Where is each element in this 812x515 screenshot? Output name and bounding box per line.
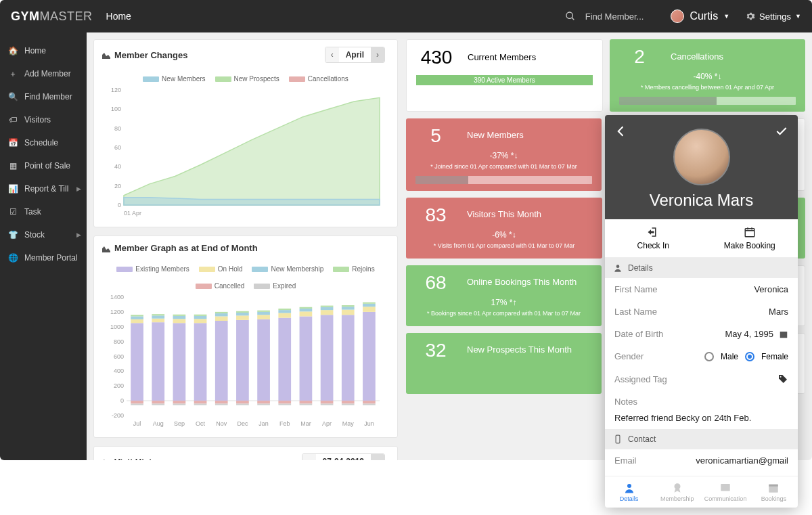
field-email[interactable]: Emailveronicamartian@gmail — [605, 449, 798, 472]
chart-icon — [102, 244, 110, 252]
radio-male[interactable] — [704, 352, 714, 361]
sidebar-item-task[interactable]: ☑Task — [0, 200, 87, 223]
svg-point-110 — [780, 376, 782, 378]
svg-rect-23 — [131, 315, 143, 316]
next-button[interactable]: › — [371, 47, 384, 62]
card-online-bookings[interactable]: 68Online Bookings This Month 17% *↑ * Bo… — [406, 265, 602, 326]
tab-details[interactable]: Details — [605, 476, 653, 508]
svg-rect-66 — [257, 401, 270, 403]
svg-rect-52 — [215, 401, 228, 403]
svg-rect-84 — [321, 310, 334, 315]
svg-rect-42 — [194, 319, 207, 323]
svg-rect-94 — [342, 401, 355, 403]
svg-rect-48 — [215, 321, 228, 401]
field-dob[interactable]: Date of BirthMay 4, 1995 — [605, 323, 798, 345]
badge-icon — [671, 482, 683, 494]
makebooking-button[interactable]: Make Booking — [702, 219, 798, 257]
svg-point-112 — [627, 484, 631, 488]
svg-rect-58 — [236, 311, 249, 313]
svg-rect-86 — [321, 306, 334, 307]
svg-rect-28 — [152, 319, 164, 322]
svg-rect-46 — [194, 404, 207, 405]
settings-menu[interactable]: Settings ▼ — [746, 12, 801, 22]
sidebar-item-portal[interactable]: 🌐Member Portal — [0, 246, 87, 269]
checkin-button[interactable]: Check In — [605, 219, 702, 257]
shirt-icon: 👕 — [8, 230, 18, 240]
user-menu[interactable]: Curtis ▼ — [671, 9, 729, 23]
svg-text:1000: 1000 — [110, 323, 124, 330]
sidebar-item-home[interactable]: 🏠Home — [0, 39, 87, 62]
svg-text:20: 20 — [114, 183, 121, 189]
prev-button[interactable]: ‹ — [325, 47, 339, 62]
svg-text:120: 120 — [111, 87, 121, 93]
svg-rect-85 — [321, 307, 334, 310]
card-current-members[interactable]: 430Current Members 390 Active Members — [406, 39, 603, 112]
radio-female[interactable] — [745, 352, 754, 361]
svg-rect-25 — [131, 404, 143, 405]
svg-rect-34 — [173, 323, 186, 401]
grid-icon: ▦ — [8, 161, 18, 171]
svg-rect-51 — [215, 312, 228, 313]
field-first-name[interactable]: First NameVeronica — [605, 278, 798, 300]
svg-rect-100 — [363, 303, 376, 304]
card-prospects[interactable]: 32New Prospects This Month — [406, 333, 602, 394]
svg-rect-45 — [194, 401, 207, 403]
sidebar-item-schedule[interactable]: 📅Schedule — [0, 131, 87, 154]
svg-rect-50 — [215, 313, 228, 316]
card-visitors[interactable]: 83Visitors This Month -6% *↓ * Visits fr… — [406, 198, 602, 259]
date-nav: ‹ April › — [325, 47, 385, 63]
field-last-name[interactable]: Last NameMars — [605, 300, 798, 323]
confirm-icon[interactable] — [775, 125, 788, 138]
svg-text:Dec: Dec — [237, 420, 248, 427]
svg-rect-80 — [300, 401, 313, 403]
svg-rect-114 — [721, 484, 730, 491]
page-title: Home — [106, 11, 131, 22]
svg-text:100: 100 — [111, 106, 121, 112]
svg-text:0: 0 — [120, 397, 124, 404]
svg-text:1200: 1200 — [110, 309, 124, 315]
report-icon: 📊 — [8, 184, 18, 194]
svg-rect-35 — [173, 319, 186, 323]
svg-rect-24 — [131, 401, 143, 403]
search-input[interactable]: Find Member... — [585, 12, 644, 22]
svg-text:600: 600 — [114, 353, 124, 360]
prev-button[interactable]: ‹ — [302, 454, 316, 460]
sidebar-item-stock[interactable]: 👕Stock▶ — [0, 223, 87, 246]
svg-text:Mar: Mar — [300, 420, 311, 427]
topbar: GYMMASTER Home Find Member... Curtis ▼ S… — [0, 0, 812, 32]
svg-text:80: 80 — [114, 125, 121, 132]
sidebar-item-pos[interactable]: ▦Point of Sale — [0, 154, 87, 177]
tab-communication[interactable]: Communication — [702, 476, 750, 508]
svg-rect-37 — [173, 315, 186, 316]
sidebar-item-visitors[interactable]: 🏷Visitors — [0, 108, 87, 131]
field-notes-label: Notes — [605, 390, 798, 413]
card-cancellations[interactable]: 2Cancellations -40% *↓ * Members cancell… — [610, 39, 805, 112]
field-gender[interactable]: Gender Male Female — [605, 345, 798, 367]
sidebar-item-find-member[interactable]: 🔍Find Member — [0, 85, 87, 108]
svg-rect-22 — [131, 316, 143, 319]
svg-text:400: 400 — [114, 367, 124, 374]
sidebar-item-add-member[interactable]: ＋Add Member — [0, 62, 87, 85]
svg-text:0: 0 — [118, 202, 121, 208]
back-icon[interactable] — [614, 125, 628, 138]
sidebar-item-report[interactable]: 📊Report & Till▶ — [0, 177, 87, 200]
tab-membership[interactable]: Membership — [653, 476, 701, 508]
card-new-members[interactable]: 5New Members -37% *↓ * Joined since 01 A… — [406, 118, 602, 191]
svg-text:Jan: Jan — [258, 420, 269, 427]
search-area[interactable]: Find Member... — [565, 11, 644, 22]
section-details: Details — [605, 258, 798, 278]
chart-member-changes: 02040608010012001 Apr — [102, 87, 386, 219]
svg-rect-41 — [194, 323, 207, 401]
svg-rect-31 — [152, 401, 164, 403]
gear-icon — [746, 12, 755, 21]
svg-rect-69 — [278, 318, 291, 401]
svg-point-108 — [616, 265, 620, 268]
svg-text:Nov: Nov — [216, 420, 227, 427]
svg-rect-70 — [278, 313, 291, 318]
next-button[interactable]: › — [371, 454, 384, 460]
svg-rect-90 — [342, 315, 355, 401]
field-tag[interactable]: Assigned Tag — [605, 367, 798, 390]
field-notes[interactable]: Referred friend Becky on 24th Feb. — [605, 413, 798, 429]
svg-text:May: May — [342, 420, 355, 427]
tab-bookings[interactable]: Bookings — [750, 476, 798, 508]
